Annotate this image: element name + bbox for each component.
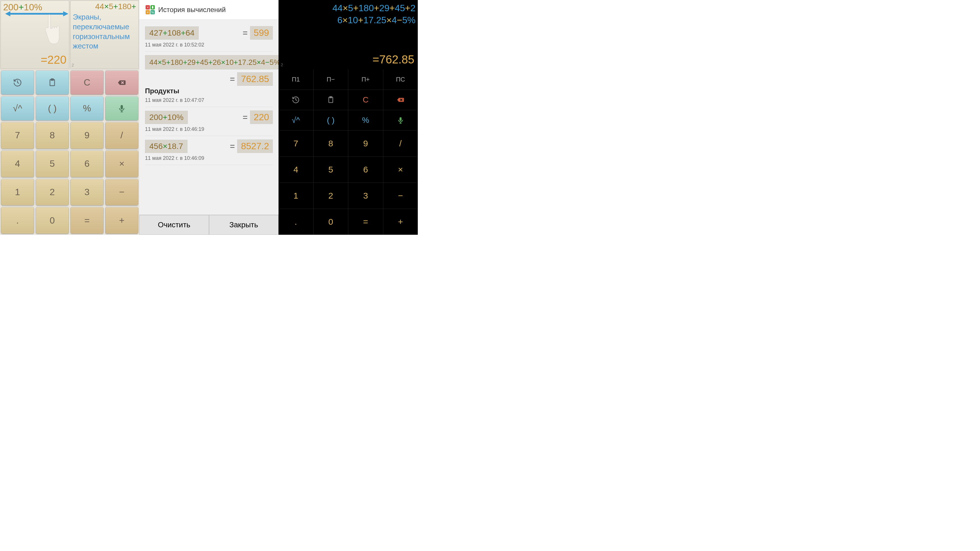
history-panel: × + % История вычислений 427+108+64=5991…	[139, 0, 278, 235]
result-1: =220	[40, 53, 66, 66]
history-expression[interactable]: 427+108+64	[145, 26, 199, 40]
tab-1[interactable]: 200+10% =220	[1, 1, 69, 69]
history-expression[interactable]: 456×18.7	[145, 140, 188, 153]
dark-expression: 44×5+180+29+45+26×10+17.25×4−5%	[281, 2, 415, 26]
svg-text:×: ×	[147, 5, 149, 10]
history-timestamp: 11 мая 2022 г. в 10:46:19	[145, 126, 273, 132]
history-timestamp: 11 мая 2022 г. в 10:52:02	[145, 42, 273, 48]
history-entry[interactable]: 456×18.7=8527.211 мая 2022 г. в 10:46:09	[145, 136, 273, 165]
dark-percent-button[interactable]: %	[348, 110, 383, 130]
dark-history-button[interactable]	[278, 90, 313, 110]
keypad: C √^ ( ) % 7 8 9 / 4 5 6 × 1 2 3 − . 0 =…	[0, 70, 139, 235]
dark-key-2[interactable]: 2	[313, 183, 348, 209]
svg-rect-5	[121, 105, 123, 110]
memory-clear-button[interactable]: ПС	[383, 70, 418, 89]
parentheses-button[interactable]: ( )	[36, 96, 69, 121]
history-entry[interactable]: 200+10%=22011 мая 2022 г. в 10:46:19	[145, 107, 273, 136]
dark-parentheses-button[interactable]: ( )	[313, 110, 348, 130]
voice-button[interactable]	[105, 96, 138, 121]
dark-key-4[interactable]: 4	[278, 157, 313, 183]
dark-key-9[interactable]: 9	[348, 130, 383, 156]
clear-history-button[interactable]: Очистить	[139, 215, 209, 235]
svg-text:%: %	[151, 11, 154, 14]
display-tabs: 200+10% =220 44×5+180+ Экраны, переключа…	[0, 0, 139, 70]
history-header: × + % История вычислений	[139, 0, 278, 20]
key-dot[interactable]: .	[1, 207, 34, 234]
dark-keypad: П1 П− П+ ПС C √^ ( ) % 7 8 9 / 4 5 6 × 1…	[278, 70, 418, 235]
microphone-icon	[396, 116, 404, 124]
key-2[interactable]: 2	[36, 179, 69, 206]
dark-display[interactable]: 44×5+180+29+45+26×10+17.25×4−5% =762.85 …	[278, 0, 418, 70]
key-7[interactable]: 7	[1, 122, 34, 149]
add-button[interactable]: +	[105, 207, 138, 234]
history-expression[interactable]: 200+10%	[145, 111, 188, 124]
dark-divide-button[interactable]: /	[383, 130, 418, 156]
page-number: 2	[72, 63, 74, 67]
dark-key-6[interactable]: 6	[348, 157, 383, 183]
multiply-button[interactable]: ×	[105, 150, 138, 177]
key-8[interactable]: 8	[36, 122, 69, 149]
history-result[interactable]: 762.85	[237, 72, 273, 86]
history-icon	[13, 78, 22, 87]
memory-1-button[interactable]: П1	[278, 70, 313, 89]
backspace-icon	[117, 78, 126, 87]
history-icon	[292, 96, 300, 104]
divide-button[interactable]: /	[105, 122, 138, 149]
dark-key-dot[interactable]: .	[278, 209, 313, 235]
history-button[interactable]	[1, 70, 34, 95]
hand-pointer-icon	[43, 12, 63, 50]
dark-backspace-button[interactable]	[383, 90, 418, 110]
history-entry[interactable]: 427+108+64=59911 мая 2022 г. в 10:52:02	[145, 23, 273, 52]
history-result[interactable]: 220	[250, 111, 273, 124]
history-entry[interactable]: 44×5+180+29+45+26×10+17.25×4−5%=762.85Пр…	[145, 52, 273, 107]
clipboard-button[interactable]	[36, 70, 69, 95]
memory-plus-button[interactable]: П+	[348, 70, 383, 89]
dark-key-5[interactable]: 5	[313, 157, 348, 183]
backspace-button[interactable]	[105, 70, 138, 95]
clipboard-icon	[327, 96, 335, 104]
history-title: История вычислений	[158, 6, 226, 14]
equals-button[interactable]: =	[70, 207, 103, 234]
key-3[interactable]: 3	[70, 179, 103, 206]
history-result[interactable]: 8527.2	[237, 140, 273, 153]
history-timestamp: 11 мая 2022 г. в 10:47:07	[145, 97, 273, 103]
key-4[interactable]: 4	[1, 150, 34, 177]
dark-key-8[interactable]: 8	[313, 130, 348, 156]
dark-clear-button[interactable]: C	[348, 90, 383, 110]
dark-result: =762.85	[372, 53, 414, 66]
key-5[interactable]: 5	[36, 150, 69, 177]
close-history-button[interactable]: Закрыть	[209, 215, 279, 235]
dark-voice-button[interactable]	[383, 110, 418, 130]
memory-minus-button[interactable]: П−	[313, 70, 348, 89]
history-list[interactable]: 427+108+64=59911 мая 2022 г. в 10:52:024…	[139, 20, 278, 215]
key-9[interactable]: 9	[70, 122, 103, 149]
dark-add-button[interactable]: +	[383, 209, 418, 235]
dark-key-1[interactable]: 1	[278, 183, 313, 209]
dark-root-power-button[interactable]: √^	[278, 110, 313, 130]
dark-clipboard-button[interactable]	[313, 90, 348, 110]
expression-1: 200+10%	[3, 2, 67, 13]
tab-2[interactable]: 44×5+180+ Экраны, переключаемые горизонт…	[70, 1, 139, 69]
svg-rect-9	[152, 6, 153, 9]
history-expression[interactable]: 44×5+180+29+45+26×10+17.25×4−5%	[145, 55, 278, 70]
dark-key-7[interactable]: 7	[278, 130, 313, 156]
key-6[interactable]: 6	[70, 150, 103, 177]
app-icon: × + %	[145, 5, 155, 15]
key-0[interactable]: 0	[36, 207, 69, 234]
dark-key-0[interactable]: 0	[313, 209, 348, 235]
subtract-button[interactable]: −	[105, 179, 138, 206]
clear-button[interactable]: C	[70, 70, 103, 95]
dark-key-3[interactable]: 3	[348, 183, 383, 209]
root-power-button[interactable]: √^	[1, 96, 34, 121]
dark-equals-button[interactable]: =	[348, 209, 383, 235]
expression-2: 44×5+180+	[73, 2, 137, 11]
dark-subtract-button[interactable]: −	[383, 183, 418, 209]
history-result[interactable]: 599	[250, 26, 273, 40]
history-footer: Очистить Закрыть	[139, 215, 278, 235]
history-label: Продукты	[145, 87, 273, 95]
swipe-hint-text: Экраны, переключаемые горизонтальным жес…	[73, 12, 137, 51]
key-1[interactable]: 1	[1, 179, 34, 206]
percent-button[interactable]: %	[70, 96, 103, 121]
dark-multiply-button[interactable]: ×	[383, 157, 418, 183]
dark-calculator-panel: 44×5+180+29+45+26×10+17.25×4−5% =762.85 …	[278, 0, 418, 235]
